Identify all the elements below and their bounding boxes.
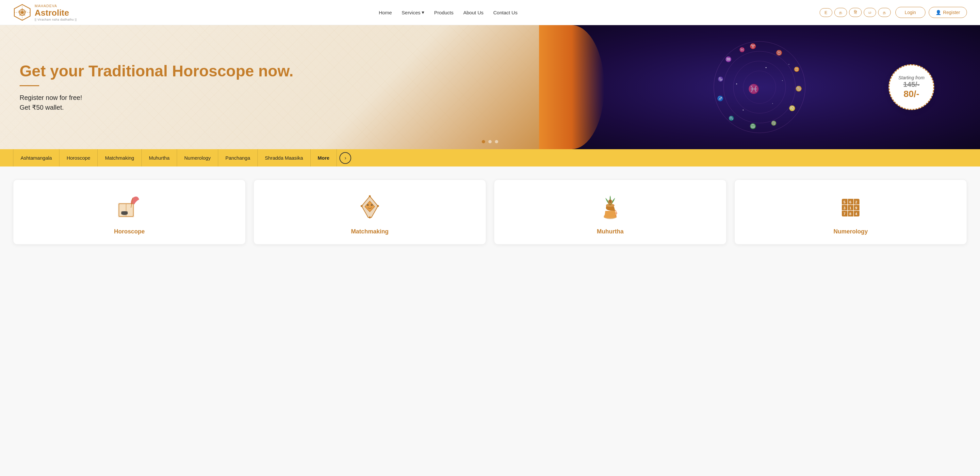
svg-text:♈: ♈ [750, 43, 756, 49]
service-more[interactable]: More [311, 149, 337, 167]
nav-services[interactable]: Services ▾ [402, 10, 425, 15]
numerology-icon: 5 6 2 3 1 9 7 8 4 [836, 193, 865, 222]
hero-banner: Get your Traditional Horoscope now. Regi… [0, 25, 980, 149]
svg-point-39 [361, 205, 363, 207]
service-horoscope[interactable]: Horoscope [59, 149, 98, 167]
price-starting-label: Starting from [898, 75, 924, 80]
navbar: Mahadeva Astrolite || Viracham naha dadh… [0, 0, 980, 25]
price-new: 80/- [904, 89, 919, 99]
nav-contact[interactable]: Contact Us [493, 10, 517, 15]
hero-dots [482, 140, 498, 143]
card-numerology[interactable]: 5 6 2 3 1 9 7 8 4 Numerology [734, 179, 967, 244]
svg-point-26 [772, 103, 773, 104]
svg-point-28 [789, 64, 789, 65]
nav-links: Home Services ▾ Products About Us Contac… [379, 10, 518, 15]
svg-text:♏: ♏ [729, 116, 734, 121]
service-shradda[interactable]: Shradda Maasika [258, 149, 311, 167]
card-horoscope[interactable]: Horoscope [13, 179, 246, 244]
horoscope-icon [115, 193, 144, 222]
login-button[interactable]: Login [896, 7, 926, 18]
dot-2[interactable] [488, 140, 492, 143]
zodiac-wheel: ♈ ♉ ♊ ♋ ♌ ♍ ♎ ♏ ♐ ♑ ♒ ♓ ♓ [711, 38, 808, 136]
service-panchanga[interactable]: Panchanga [218, 149, 258, 167]
nav-products[interactable]: Products [434, 10, 453, 15]
svg-point-40 [367, 204, 369, 206]
svg-text:♑: ♑ [718, 76, 724, 82]
svg-text:8: 8 [850, 212, 851, 216]
svg-point-41 [371, 204, 373, 206]
svg-text:7: 7 [843, 212, 845, 216]
hero-divider [20, 85, 39, 86]
svg-point-23 [766, 67, 767, 68]
svg-text:4: 4 [855, 212, 858, 216]
svg-text:♓: ♓ [748, 84, 759, 94]
svg-point-6 [714, 41, 805, 133]
svg-text:3: 3 [843, 206, 845, 210]
logo-brand: Mahadeva [35, 4, 77, 8]
price-old: 145/- [903, 80, 920, 89]
svg-text:♒: ♒ [725, 56, 732, 62]
svg-text:♓: ♓ [739, 47, 745, 52]
nav-home[interactable]: Home [379, 10, 392, 15]
card-matchmaking[interactable]: Matchmaking [253, 179, 486, 244]
service-muhurtha[interactable]: Muhurtha [142, 149, 177, 167]
language-switcher: E த हि ம த [819, 8, 891, 17]
dot-1[interactable] [482, 140, 485, 143]
card-muhurtha-label: Muhurtha [597, 228, 624, 235]
svg-point-27 [743, 110, 744, 111]
svg-text:♌: ♌ [789, 105, 795, 111]
svg-point-8 [733, 61, 786, 113]
svg-text:9: 9 [855, 206, 857, 210]
svg-text:2: 2 [855, 200, 857, 204]
logo-name: Astrolite [35, 8, 77, 18]
svg-text:♎: ♎ [750, 123, 756, 129]
nav-about[interactable]: About Us [463, 10, 484, 15]
svg-point-24 [782, 80, 783, 81]
svg-text:1: 1 [850, 206, 851, 210]
register-button[interactable]: 👤 Register [929, 7, 967, 18]
muhurtha-icon [595, 193, 625, 222]
card-numerology-label: Numerology [833, 228, 868, 235]
hero-subtitle: Register now for free! Get ₹50 wallet. [20, 93, 519, 112]
more-next-button[interactable]: › [339, 152, 351, 164]
svg-point-25 [736, 84, 737, 84]
logo[interactable]: Mahadeva Astrolite || Viracham naha dadh… [13, 3, 77, 22]
svg-point-37 [377, 205, 379, 207]
card-horoscope-label: Horoscope [114, 228, 145, 235]
lang-en[interactable]: E [819, 8, 832, 17]
svg-point-45 [609, 200, 612, 203]
svg-point-7 [724, 51, 795, 123]
svg-text:♋: ♋ [795, 86, 802, 92]
lang-ta[interactable]: த [834, 8, 847, 17]
svg-marker-5 [18, 8, 27, 16]
services-bar: Ashtamangala Horoscope Matchmaking Muhur… [0, 149, 980, 167]
card-muhurtha[interactable]: Muhurtha [494, 179, 727, 244]
service-matchmaking[interactable]: Matchmaking [98, 149, 142, 167]
logo-tagline: || Viracham naha dadhathu || [35, 18, 77, 21]
auth-buttons: Login 👤 Register [896, 7, 967, 18]
hero-arc [539, 25, 605, 149]
service-numerology[interactable]: Numerology [177, 149, 218, 167]
svg-text:♍: ♍ [771, 121, 777, 126]
svg-text:5: 5 [843, 200, 845, 204]
lang-ta2[interactable]: த [878, 8, 891, 17]
svg-point-36 [369, 195, 371, 197]
dot-3[interactable] [495, 140, 498, 143]
hero-title: Get your Traditional Horoscope now. [20, 62, 519, 80]
lang-hi[interactable]: हि [849, 8, 862, 17]
lang-ma[interactable]: ம [864, 8, 876, 17]
price-badge: Starting from 145/- 80/- [889, 64, 934, 110]
svg-point-46 [615, 212, 617, 214]
cards-section: Horoscope Matchmaking [0, 167, 980, 251]
svg-text:♉: ♉ [776, 50, 783, 56]
hero-left: Get your Traditional Horoscope now. Regi… [0, 25, 539, 149]
service-ashtamangala[interactable]: Ashtamangala [13, 149, 59, 167]
logo-icon [13, 3, 31, 22]
user-icon: 👤 [935, 10, 941, 15]
svg-point-38 [369, 216, 371, 218]
hero-pattern [0, 25, 539, 149]
chevron-down-icon: ▾ [422, 10, 424, 15]
svg-text:6: 6 [850, 200, 851, 204]
card-matchmaking-label: Matchmaking [351, 228, 388, 235]
svg-text:♊: ♊ [794, 67, 800, 72]
